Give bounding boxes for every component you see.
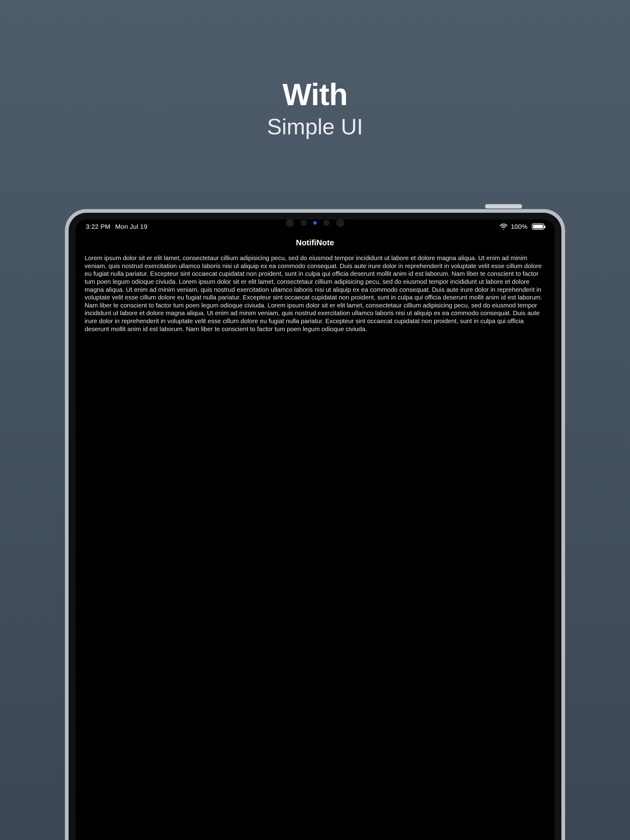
camera-face-id-icon xyxy=(336,219,344,227)
device-screen: 3:22 PM Mon Jul 19 100% xyxy=(75,219,555,840)
camera-indicator-icon xyxy=(313,221,317,224)
camera-dot-icon xyxy=(323,220,329,226)
device-camera-cluster xyxy=(286,219,344,227)
app-title: NotifiNote xyxy=(296,238,334,248)
status-bar-right: 100% xyxy=(500,223,544,230)
note-body-text: Lorem ipsum dolor sit er elit lamet, con… xyxy=(85,254,542,332)
device-inner-bezel: 3:22 PM Mon Jul 19 100% xyxy=(69,213,561,840)
battery-icon xyxy=(531,224,544,230)
device-frame: 3:22 PM Mon Jul 19 100% xyxy=(65,209,565,840)
camera-sensor-icon xyxy=(286,219,294,227)
device-side-button xyxy=(485,204,522,208)
hero-subtitle: Simple UI xyxy=(0,114,630,139)
note-content[interactable]: Lorem ipsum dolor sit er elit lamet, con… xyxy=(75,251,555,840)
wifi-icon xyxy=(500,224,508,230)
promo-page: With Simple UI 3:22 PM Mon Jul 19 xyxy=(0,0,630,840)
status-battery-percent: 100% xyxy=(511,223,527,230)
status-date: Mon Jul 19 xyxy=(116,223,148,230)
status-bar-left: 3:22 PM Mon Jul 19 xyxy=(86,223,147,230)
hero-text: With Simple UI xyxy=(0,77,630,139)
app-titlebar: NotifiNote xyxy=(75,234,555,251)
camera-light-sensor-icon xyxy=(301,220,307,226)
hero-title: With xyxy=(0,77,630,112)
status-time: 3:22 PM xyxy=(86,223,111,230)
